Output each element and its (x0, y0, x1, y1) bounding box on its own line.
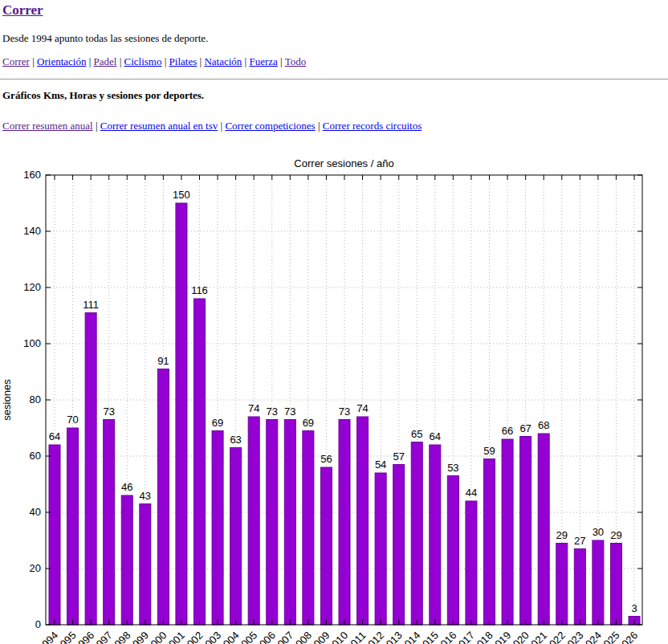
separator: | (197, 55, 204, 67)
bar-value-label-2025: 29 (610, 529, 621, 541)
bar-1998 (121, 495, 132, 625)
report-link-correr-resumen-anual-en-tsv[interactable]: Correr resumen anual en tsv (100, 120, 218, 132)
y-tick-label: 20 (30, 562, 41, 574)
bar-2022 (556, 544, 568, 626)
bar-2008 (303, 431, 314, 626)
bar-2015 (430, 445, 441, 625)
bar-value-label-2009: 56 (320, 453, 332, 465)
bar-2007 (284, 420, 295, 626)
bar-1999 (140, 504, 151, 626)
sessions-bar-chart-svg: 6470111734643911501166963747373695673745… (0, 151, 668, 644)
y-tick-label: 120 (23, 281, 41, 293)
separator: | (316, 120, 323, 132)
bar-2005 (248, 417, 259, 625)
bar-2012 (375, 473, 386, 625)
bar-value-label-2003: 69 (212, 417, 223, 429)
bar-value-label-2020: 67 (519, 422, 531, 434)
bar-2019 (502, 439, 513, 625)
bar-2006 (267, 420, 278, 626)
separator: | (161, 55, 169, 67)
sport-link-padel[interactable]: Padel (94, 55, 117, 67)
bar-value-label-2001: 150 (173, 189, 190, 201)
sport-link-natacion[interactable]: Natación (204, 55, 242, 67)
separator: | (278, 55, 285, 67)
y-tick-label: 80 (30, 393, 41, 406)
bar-2002 (194, 299, 206, 625)
chart-title: Correr sesiones / año (294, 157, 393, 169)
bar-2025 (610, 544, 621, 626)
bar-2013 (393, 465, 405, 626)
bar-2010 (339, 420, 350, 626)
bar-value-label-2010: 73 (339, 406, 350, 418)
bar-2021 (538, 434, 549, 625)
bar-value-label-2021: 68 (538, 419, 549, 431)
bar-value-label-2008: 69 (303, 417, 314, 429)
report-link-correr-competiciones[interactable]: Correr competiciones (225, 120, 315, 132)
separator: | (30, 55, 37, 67)
y-tick-label: 160 (23, 169, 41, 181)
bar-value-label-2024: 30 (593, 526, 604, 538)
sport-link-pilates[interactable]: Pilates (169, 55, 198, 67)
intro-text: Desde 1994 apunto todas las sesiones de … (0, 32, 668, 45)
sport-link-orientacion[interactable]: Orientación (37, 55, 86, 67)
separator: | (93, 120, 100, 132)
bar-2000 (157, 369, 169, 626)
sessions-per-year-chart: 6470111734643911501166963747373695673745… (0, 151, 668, 644)
y-tick-label: 100 (23, 337, 41, 349)
y-tick-label: 0 (35, 618, 41, 630)
bar-2003 (212, 431, 223, 626)
bar-value-label-2011: 74 (356, 402, 368, 414)
page-title-link[interactable]: Correr (2, 2, 43, 18)
bar-value-label-2022: 29 (556, 529, 568, 541)
sport-link-todo[interactable]: Todo (285, 55, 307, 67)
bar-value-label-2017: 44 (466, 487, 477, 499)
bar-1995 (67, 428, 79, 625)
bar-value-label-2006: 73 (267, 406, 278, 418)
bar-value-label-1996: 111 (83, 299, 99, 311)
report-links-nav: Correr resumen anual | Correr resumen an… (0, 120, 668, 132)
bar-value-label-1999: 43 (140, 490, 151, 502)
bar-1996 (85, 313, 96, 626)
bar-value-label-2002: 116 (191, 284, 208, 296)
page-title: Correr (0, 2, 668, 18)
y-tick-label: 140 (23, 225, 41, 237)
page: Correr Desde 1994 apunto todas las sesio… (0, 2, 668, 644)
bar-2001 (176, 203, 187, 625)
y-axis-label: sesiones (1, 379, 13, 421)
sports-nav: Correr | Orientación | Padel | Ciclismo … (0, 55, 668, 68)
bar-2017 (466, 501, 477, 625)
bar-2011 (357, 417, 369, 625)
bar-2016 (447, 476, 458, 626)
bar-value-label-2014: 65 (411, 428, 422, 440)
bar-2024 (593, 540, 604, 625)
bar-value-label-2015: 64 (430, 430, 441, 442)
bar-1997 (104, 420, 115, 626)
bar-2004 (230, 448, 242, 626)
report-link-correr-resumen-anual[interactable]: Correr resumen anual (2, 120, 93, 132)
bar-value-label-2018: 59 (483, 445, 495, 457)
bar-2018 (484, 459, 495, 626)
bar-2014 (411, 442, 422, 626)
sport-link-ciclismo[interactable]: Ciclismo (124, 55, 162, 67)
bar-value-label-2005: 74 (248, 402, 259, 414)
bar-value-label-2013: 57 (393, 450, 404, 463)
y-tick-label: 40 (30, 506, 41, 518)
bar-value-label-2012: 54 (375, 459, 386, 471)
bar-value-label-2023: 27 (574, 535, 585, 547)
report-link-correr-records-circuitos[interactable]: Correr records circuitos (323, 120, 422, 132)
bar-value-label-2004: 63 (230, 434, 241, 446)
bar-value-label-2007: 73 (284, 406, 295, 418)
bar-value-label-2000: 91 (157, 355, 169, 367)
bar-2020 (520, 437, 532, 626)
bar-value-label-2019: 66 (502, 425, 513, 437)
bar-value-label-1994: 64 (49, 430, 60, 442)
separator: | (86, 55, 93, 67)
sport-link-correr[interactable]: Correr (2, 55, 30, 67)
sport-link-fuerza[interactable]: Fuerza (249, 55, 277, 67)
bar-2023 (574, 549, 585, 626)
divider (0, 79, 668, 79)
bar-value-label-2026: 3 (631, 602, 637, 614)
bar-value-label-1998: 46 (121, 481, 132, 493)
bar-2009 (320, 467, 332, 625)
bar-value-label-1997: 73 (103, 406, 114, 418)
